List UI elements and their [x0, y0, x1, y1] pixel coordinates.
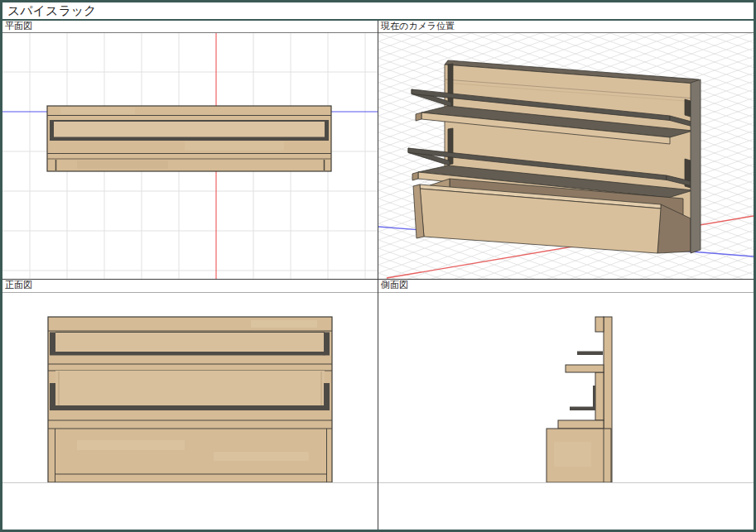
- front-wood-body: [48, 317, 332, 482]
- viewport-label-front: 正面図: [2, 280, 378, 293]
- viewport-grid: 平面図: [2, 21, 754, 530]
- page-title: スパイスラック: [2, 2, 754, 21]
- viewport-label-side: 側面図: [378, 280, 754, 293]
- spice-rack-3d-model: [408, 60, 701, 253]
- left-bottom-margin: [2, 483, 378, 530]
- front-view-drawing: [2, 293, 378, 482]
- right-column: 現在のカメラ位置: [378, 21, 754, 530]
- camera-view-drawing: [378, 33, 754, 279]
- viewport-label-plan: 平面図: [2, 21, 378, 33]
- plan-wood-body: [47, 106, 331, 171]
- viewport-front-view[interactable]: [2, 293, 378, 483]
- viewport-camera-view[interactable]: [378, 33, 754, 280]
- viewport-label-camera: 現在のカメラ位置: [378, 21, 754, 33]
- app-window: スパイスラック 平面図: [0, 0, 756, 532]
- plan-view-drawing: [2, 33, 378, 279]
- viewport-plan-view[interactable]: [2, 33, 378, 280]
- side-view-drawing: [378, 293, 754, 482]
- viewport-side-view[interactable]: [378, 293, 754, 483]
- side-wood-body: [547, 317, 612, 482]
- right-bottom-margin: [378, 483, 754, 530]
- left-column: 平面図: [2, 21, 378, 530]
